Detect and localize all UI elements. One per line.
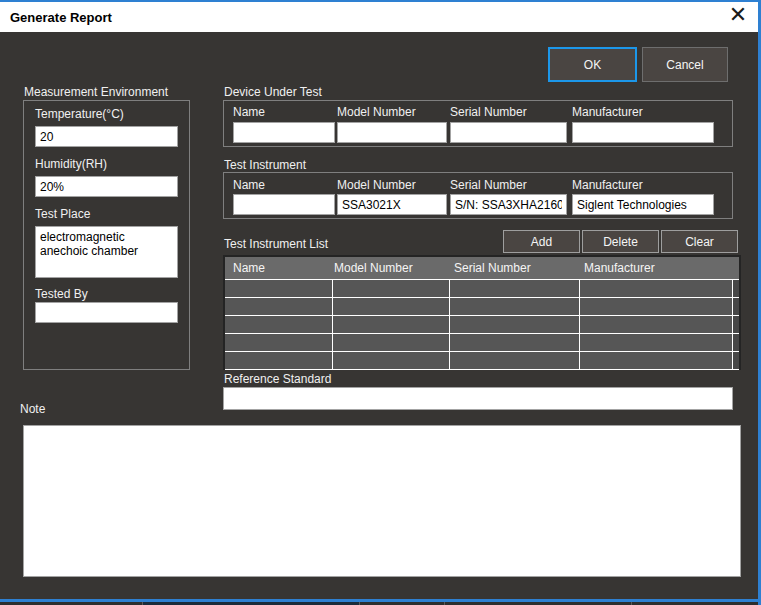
table-cell[interactable] [225,316,332,333]
temperature-input[interactable] [35,126,178,147]
test-place-input[interactable]: electromagnetic anechoic chamber [35,226,178,278]
table-cell[interactable] [333,280,449,297]
table-cell[interactable] [450,280,579,297]
test-place-label: Test Place [35,207,90,221]
instrument-table-header: Name Model Number Serial Number Manufact… [225,257,739,279]
ti-model-label: Model Number [337,178,416,192]
ti-serial-input[interactable] [450,194,567,215]
ti-serial-label: Serial Number [450,178,527,192]
clear-button[interactable]: Clear [661,230,738,253]
instrument-table[interactable]: Name Model Number Serial Number Manufact… [223,255,741,370]
table-cell[interactable] [450,334,579,351]
instrument-table-body [225,279,739,370]
dut-name-input[interactable] [233,122,335,143]
delete-button[interactable]: Delete [582,230,659,253]
ti-name-input[interactable] [233,194,335,215]
table-cell[interactable] [225,334,332,351]
measurement-environment-title: Measurement Environment [24,85,168,99]
note-label: Note [20,402,45,416]
table-row-filler [733,280,739,297]
ti-manufacturer-input[interactable] [572,194,714,215]
tested-by-input[interactable] [35,302,178,323]
table-cell[interactable] [580,298,732,315]
reference-standard-label: Reference Standard [224,372,331,386]
note-input[interactable] [23,425,741,577]
generate-report-dialog: Generate Report ✕ OK Cancel Measurement … [0,0,761,605]
window-title: Generate Report [10,10,112,25]
title-bar[interactable]: Generate Report [0,2,758,32]
table-row-filler [733,334,739,351]
dut-serial-label: Serial Number [450,105,527,119]
ok-button[interactable]: OK [548,47,637,82]
table-cell[interactable] [580,352,732,369]
test-instrument-title: Test Instrument [224,158,306,172]
close-icon[interactable]: ✕ [723,0,753,30]
add-button[interactable]: Add [503,230,580,253]
col-header-serial: Serial Number [454,261,531,275]
dut-serial-input[interactable] [450,122,567,143]
table-cell[interactable] [450,298,579,315]
table-cell[interactable] [225,352,332,369]
dut-name-label: Name [233,105,265,119]
col-header-manufacturer: Manufacturer [584,261,655,275]
humidity-label: Humidity(RH) [35,157,107,171]
dut-manufacturer-input[interactable] [572,122,714,143]
table-cell[interactable] [333,298,449,315]
table-cell[interactable] [450,352,579,369]
dut-model-input[interactable] [337,122,447,143]
test-instrument-list-title: Test Instrument List [224,237,328,251]
ti-name-label: Name [233,178,265,192]
table-cell[interactable] [225,298,332,315]
temperature-label: Temperature(°C) [35,107,124,121]
table-cell[interactable] [580,316,732,333]
table-row-filler [733,352,739,369]
table-row-filler [733,316,739,333]
col-header-model: Model Number [334,261,413,275]
table-cell[interactable] [580,280,732,297]
table-cell[interactable] [333,316,449,333]
dut-model-label: Model Number [337,105,416,119]
table-cell[interactable] [333,352,449,369]
table-row-filler [733,298,739,315]
humidity-input[interactable] [35,176,178,197]
table-cell[interactable] [333,334,449,351]
table-cell[interactable] [580,334,732,351]
reference-standard-input[interactable] [223,387,733,410]
ti-model-input[interactable] [337,194,447,215]
table-cell[interactable] [450,316,579,333]
ti-manufacturer-label: Manufacturer [572,178,643,192]
col-header-name: Name [233,261,265,275]
tested-by-label: Tested By [35,287,88,301]
device-under-test-title: Device Under Test [224,85,322,99]
dut-manufacturer-label: Manufacturer [572,105,643,119]
cancel-button[interactable]: Cancel [642,47,728,82]
table-cell[interactable] [225,280,332,297]
